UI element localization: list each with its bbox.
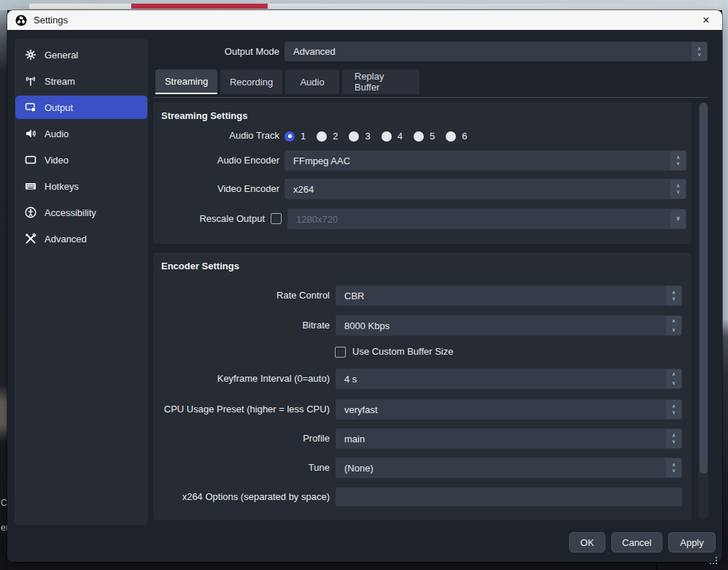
audio-track-option-2[interactable]: 2 — [317, 131, 338, 142]
rescale-resolution-select: 1280x720 ∨ — [287, 209, 686, 229]
settings-window: Settings × General Stream Output — [7, 10, 722, 562]
tune-select[interactable]: (None) ∧∨ — [336, 458, 682, 478]
bitrate-label: Bitrate — [109, 315, 330, 336]
sidebar-item-general[interactable]: General — [15, 43, 147, 66]
sidebar-item-video[interactable]: Video — [15, 148, 147, 172]
background-divider — [657, 562, 657, 570]
audio-track-option-5[interactable]: 5 — [414, 131, 435, 142]
x264-options-input[interactable] — [336, 488, 682, 507]
tab-recording[interactable]: Recording — [220, 69, 282, 94]
combo-spinner[interactable]: ∧ ∨ — [692, 42, 707, 61]
chevron-down-icon: ∨ — [697, 52, 701, 58]
video-encoder-label: Video Encoder — [139, 179, 279, 199]
tab-replay-buffer[interactable]: Replay Buffer — [342, 69, 419, 94]
chevron-down-icon: ∨ — [676, 161, 680, 166]
output-mode-value: Advanced — [284, 46, 691, 57]
bitrate-spinbox[interactable]: 8000 Kbps ∧∨ — [336, 315, 682, 336]
radio-icon[interactable] — [446, 131, 456, 142]
tab-divider — [153, 97, 708, 98]
chevron-down-icon: ∨ — [676, 189, 680, 195]
tab-streaming[interactable]: Streaming — [155, 69, 217, 94]
chevron-down-icon: ∨ — [672, 468, 675, 474]
audio-track-option-6[interactable]: 6 — [446, 131, 467, 142]
combo-spinner[interactable]: ∧∨ — [666, 458, 681, 477]
monitor-icon — [25, 154, 36, 166]
rescale-output-label: Rescale Output — [124, 209, 265, 229]
rate-control-select[interactable]: CBR ∧∨ — [336, 285, 682, 306]
combo-spinner[interactable]: ∧∨ — [666, 400, 681, 419]
audio-track-option-3[interactable]: 3 — [349, 131, 370, 142]
chevron-up-icon: ∧ — [697, 46, 701, 52]
background-red-bar — [131, 4, 268, 9]
radio-icon[interactable] — [317, 131, 327, 142]
chevron-up-icon: ∧ — [672, 433, 675, 439]
chevron-down-icon: ∨ — [672, 439, 675, 444]
title-bar[interactable]: Settings × — [7, 10, 722, 30]
output-mode-label: Output Mode — [133, 42, 279, 61]
video-encoder-select[interactable]: x264 ∧∨ — [284, 179, 686, 199]
group-title: Streaming Settings — [161, 110, 247, 121]
output-mode-select[interactable]: Advanced ∧ ∨ — [284, 42, 708, 61]
radio-icon[interactable] — [349, 131, 359, 142]
spinbox-arrows[interactable]: ∧∨ — [666, 316, 681, 335]
obs-logo-icon — [15, 15, 27, 26]
sidebar-item-output[interactable]: Output — [15, 96, 147, 119]
cpu-preset-label: CPU Usage Preset (higher = less CPU) — [109, 399, 330, 420]
sidebar-item-stream[interactable]: Stream — [15, 69, 147, 93]
sidebar-item-label: Accessibility — [44, 207, 96, 218]
cpu-preset-select[interactable]: veryfast ∧∨ — [336, 399, 682, 420]
sidebar-item-hotkeys[interactable]: Hotkeys — [15, 174, 147, 198]
close-button[interactable]: × — [694, 10, 718, 30]
output-tab-bar: Streaming Recording Audio Replay Buffer — [155, 69, 419, 94]
audio-track-option-4[interactable]: 4 — [382, 131, 403, 142]
desktop-background-left — [0, 10, 7, 570]
sidebar-item-audio[interactable]: Audio — [15, 122, 147, 145]
scrollbar-thumb[interactable] — [700, 103, 708, 474]
sidebar-item-label: General — [44, 50, 78, 61]
gear-icon — [25, 49, 36, 61]
sidebar-item-label: Advanced — [44, 234, 87, 244]
combo-spinner[interactable]: ∧∨ — [670, 151, 686, 170]
combo-spinner[interactable]: ∧∨ — [670, 180, 686, 199]
audio-encoder-select[interactable]: FFmpeg AAC ∧∨ — [284, 150, 686, 171]
sidebar-item-label: Audio — [44, 128, 69, 139]
tune-label: Tune — [109, 458, 330, 478]
ok-button[interactable]: OK — [569, 532, 605, 552]
rate-control-label: Rate Control — [109, 285, 330, 306]
apply-button[interactable]: Apply — [668, 532, 716, 552]
keyframe-interval-spinbox[interactable]: 4 s ∧∨ — [336, 369, 682, 389]
spinbox-arrows[interactable]: ∧∨ — [666, 369, 681, 388]
sidebar-item-label: Video — [44, 155, 69, 166]
speaker-icon — [25, 128, 36, 139]
cancel-button[interactable]: Cancel — [611, 532, 662, 552]
use-custom-buffer-checkbox[interactable] — [335, 347, 346, 358]
combo-spinner[interactable]: ∧∨ — [666, 286, 681, 305]
chevron-up-icon: ∧ — [676, 183, 680, 189]
tab-audio[interactable]: Audio — [285, 69, 339, 94]
radio-icon[interactable] — [414, 131, 424, 142]
resize-grip-icon[interactable] — [710, 557, 717, 564]
chevron-up-icon: ∧ — [672, 404, 675, 409]
radio-icon[interactable] — [382, 131, 392, 142]
audio-track-option-1[interactable]: 1 — [284, 131, 306, 142]
broadcast-icon — [25, 75, 36, 87]
keyframe-interval-label: Keyframe Interval (0=auto) — [109, 369, 330, 389]
settings-sidebar: General Stream Output Audio — [15, 39, 148, 525]
chevron-down-icon: ∨ — [672, 296, 675, 301]
background-window-bottom — [7, 562, 728, 570]
audio-track-radio-group: 1 2 3 4 5 6 — [284, 131, 467, 142]
sidebar-item-advanced[interactable]: Advanced — [15, 227, 147, 250]
audio-encoder-label: Audio Encoder — [139, 150, 279, 171]
accessibility-icon — [25, 207, 36, 218]
chevron-up-icon: ∧ — [672, 371, 675, 377]
radio-checked-icon[interactable] — [284, 131, 295, 142]
rescale-output-checkbox[interactable] — [271, 213, 282, 224]
profile-select[interactable]: main ∧∨ — [336, 428, 682, 449]
sidebar-item-label: Output — [44, 102, 73, 113]
desktop-background-right — [722, 0, 728, 570]
audio-track-label: Audio Track — [139, 126, 279, 145]
sidebar-item-label: Stream — [44, 76, 75, 87]
x264-options-label: x264 Options (separated by space) — [109, 488, 330, 507]
chevron-up-icon: ∧ — [672, 290, 675, 296]
combo-spinner[interactable]: ∧∨ — [666, 429, 681, 448]
